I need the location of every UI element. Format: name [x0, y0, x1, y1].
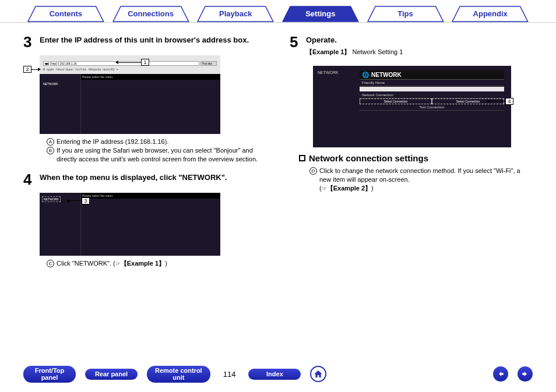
addr-extra: Yhd abc [200, 61, 217, 66]
btn-prev-page[interactable] [493, 366, 508, 382]
side-network-box: NETWORK [42, 196, 61, 202]
btn-front-top-panel[interactable]: Front/Toppanel [23, 366, 76, 383]
nw-side-label: NETWORK [318, 70, 339, 75]
step-5-sub: 【Example 1】 Network Setting 1 [306, 48, 533, 56]
btn-rear-panel[interactable]: Rear panel [85, 369, 138, 380]
side-network: NETWORK [40, 74, 80, 94]
globe-icon: 🌐 [362, 72, 369, 78]
home-icon [314, 369, 323, 379]
step-number: 4 [23, 172, 40, 187]
btn-index[interactable]: Index [248, 369, 301, 380]
callout-4: 4 [487, 98, 513, 105]
square-bullet-icon [299, 155, 305, 161]
note-4-block: D Click to change the network connection… [309, 167, 533, 193]
note-num-2: B [47, 147, 54, 154]
btn-next-page[interactable] [518, 366, 533, 382]
step-4-notes: C Click "NETWORK". (☞【Example 1】) [47, 259, 266, 268]
step-4: 4 When the top menu is displayed, click … [23, 172, 266, 187]
note-num-4: D [309, 167, 317, 175]
left-column: 3 Enter the IP address of this unit in b… [23, 34, 266, 276]
tab-connections[interactable]: Connections [108, 6, 193, 22]
btn-home[interactable] [310, 366, 326, 382]
row-test-connection: Test Connection [360, 104, 504, 111]
note-num-1: A [47, 138, 54, 146]
step-3-notes: AEntering the IP address (192.168.1.16).… [47, 137, 266, 164]
step-3: 3 Enter the IP address of this unit in b… [23, 34, 266, 50]
step-number: 5 [290, 34, 306, 60]
tab-appendix[interactable]: Appendix [448, 6, 533, 22]
screenshot-top-menu: NETWORK Please select the menu. 3 [40, 193, 220, 256]
row-network-connection: Network Connection [360, 92, 504, 98]
btn-remote-control-unit[interactable]: Remote controlunit [147, 366, 210, 383]
tab-label: Contents [50, 9, 82, 18]
friendly-name-input [360, 87, 504, 91]
callout-2: 2 [23, 66, 41, 73]
nw-title: NETWORK [371, 72, 402, 78]
subheading-network-connection: Network connection settings [299, 153, 533, 163]
tab-label: Appendix [473, 9, 508, 18]
hint-text: Please select the menu. [81, 74, 220, 80]
tab-tips[interactable]: Tips [363, 6, 448, 22]
tab-label: Settings [305, 9, 335, 18]
callout-3: 3 [66, 197, 90, 204]
callout-1: 1 [115, 59, 149, 66]
select-connection-1: Select Connection [360, 98, 432, 104]
tab-label: Playback [219, 9, 252, 18]
step-number: 3 [23, 34, 40, 50]
note-4-line1: Click to change the network connection m… [319, 167, 533, 184]
step-3-title: Enter the IP address of this unit in bro… [40, 36, 266, 45]
bottom-nav: Front/Toppanel Rear panel Remote control… [23, 366, 533, 383]
note-3-text: Click "NETWORK". (☞【Example 1】) [57, 259, 167, 268]
note-2-text: If you are using the Safari web browser,… [57, 146, 266, 164]
screenshot-browser-address: ◀▶ http 192.168.1.16 Yhd abc Ⅲ apple Yah… [40, 55, 220, 134]
note-num-3: C [47, 260, 54, 267]
tab-settings[interactable]: Settings [278, 6, 363, 22]
addr-scheme: http [50, 61, 57, 66]
tab-playback[interactable]: Playback [193, 6, 278, 22]
tab-contents[interactable]: Contents [23, 6, 108, 22]
screenshot-network-settings: NETWORK 🌐NETWORK Friendly Name Network C… [313, 66, 511, 147]
right-column: 5 Operate. 【Example 1】 Network Setting 1… [290, 34, 533, 276]
tab-label: Tips [397, 9, 413, 18]
tab-label: Connections [128, 9, 174, 18]
arrow-left-icon [497, 370, 505, 378]
note-4-line2: (☞【Example 2】) [319, 184, 533, 193]
step-5-title: Operate. [306, 36, 533, 45]
row-friendly-name: Friendly Name [360, 80, 504, 86]
hint-text: Please select the menu. [81, 193, 220, 199]
step-5: 5 Operate. 【Example 1】 Network Setting 1 [290, 34, 533, 60]
note-1-text: Entering the IP address (192.168.1.16). [57, 137, 168, 146]
arrow-right-icon [521, 370, 529, 378]
page-number: 114 [220, 370, 240, 379]
step-4-title: When the top menu is displayed, click "N… [40, 173, 266, 183]
main-content: 3 Enter the IP address of this unit in b… [0, 23, 556, 276]
top-tab-bar: Contents Connections Playback Settings T… [0, 0, 556, 23]
